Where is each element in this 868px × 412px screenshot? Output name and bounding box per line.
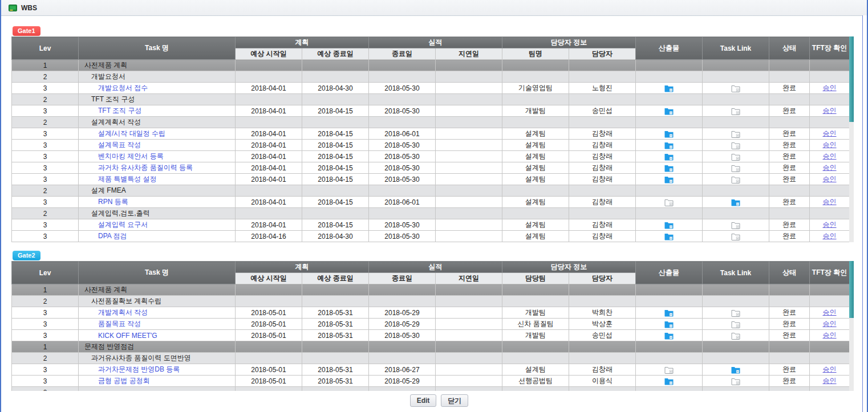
task-name-link[interactable]: 개발계획서 작성 [98,308,148,316]
lev-cell: 2 [12,71,79,83]
col-header-output: 산출물 [636,262,703,284]
output-folder-blue-icon[interactable] [664,85,674,92]
output-folder-gray-icon[interactable] [664,366,674,374]
tasklink-folder-blue-icon[interactable] [731,366,740,374]
task-name-link[interactable]: RPN 등록 [98,198,128,206]
task-name-link[interactable]: TFT 조직 구성 [98,107,141,115]
approve-link[interactable]: 승인 [823,232,837,240]
approve-link[interactable]: 승인 [823,221,837,229]
edit-button[interactable]: Edit [410,394,437,407]
col-group-actual: 실적 [369,37,502,48]
table-scrollbar-thumb[interactable] [849,36,854,122]
approve-link[interactable]: 승인 [823,164,837,172]
approve-link[interactable]: 승인 [823,107,837,115]
tasklink-folder-blue-icon[interactable] [731,199,740,206]
plan-start-cell [236,296,302,307]
output-folder-blue-icon[interactable] [664,378,674,385]
approve-link[interactable]: 승인 [823,141,837,149]
tasklink-folder-gray-icon[interactable] [731,378,740,385]
tft-confirm-cell: 승인 [810,105,850,117]
tasklink-folder-gray-icon[interactable] [731,176,740,183]
status-cell [769,353,810,364]
tasklink-folder-gray-icon[interactable] [731,108,740,115]
approve-link[interactable]: 승인 [823,377,837,385]
tasklink-folder-gray-icon[interactable] [731,222,740,229]
approve-link[interactable]: 승인 [823,365,837,373]
output-folder-blue-icon[interactable] [664,153,674,161]
approve-link[interactable]: 승인 [823,175,837,183]
task-name-link[interactable]: 벤치마킹 제안서 등록 [98,152,164,160]
tft-confirm-cell: 승인 [810,330,850,341]
output-folder-blue-icon[interactable] [664,332,674,340]
status-cell [769,208,810,219]
tasklink-folder-gray-icon[interactable] [731,142,740,149]
output-cell [636,105,703,117]
task-name-link[interactable]: DPA 점검 [98,232,127,240]
delay-cell [436,296,502,307]
plan-end-cell [302,284,369,296]
status-cell: 완료 [769,231,810,242]
tft-confirm-cell: 승인 [810,197,850,208]
output-folder-blue-icon[interactable] [664,165,674,172]
team-cell: 기술영업팀 [502,83,569,94]
tasklink-folder-gray-icon[interactable] [731,309,740,317]
output-folder-blue-icon[interactable] [664,130,674,138]
task-name-cell: 금형 공법 공청회 [79,376,236,387]
tasklink-folder-gray-icon[interactable] [731,233,740,240]
task-name-link[interactable]: 제품 특별특성 설정 [98,175,157,183]
status-cell [769,60,810,71]
output-folder-blue-icon[interactable] [664,142,674,149]
table-scrollbar[interactable] [849,36,854,242]
plan-end-cell [302,296,369,307]
task-name-link[interactable]: 설계입력 요구서 [98,221,148,229]
task-name-link[interactable]: 개발요청서 접수 [98,84,148,92]
approve-link[interactable]: 승인 [823,84,837,92]
team-cell [502,353,569,364]
owner-cell: 김창래 [569,219,636,231]
tasklink-folder-gray-icon[interactable] [731,321,740,328]
lev-cell: 3 [12,83,79,94]
task-name-link[interactable]: 품질목표 작성 [98,320,141,328]
tasklink-folder-gray-icon[interactable] [731,165,740,172]
approve-link[interactable]: 승인 [823,198,837,206]
status-cell: 완료 [769,330,810,341]
task-name-link[interactable]: 설계/시작 대일정 수립 [98,129,165,137]
page-scrollbar[interactable] [862,15,867,412]
output-cell [636,174,703,185]
approve-link[interactable]: 승인 [823,320,837,328]
approve-link[interactable]: 승인 [823,331,837,339]
table-row: 3벤치마킹 제안서 등록2018-04-012018-04-152018-05-… [12,151,850,162]
lev-cell: 3 [12,162,79,174]
task-name-link[interactable]: 과거차 유사차종 품질이력 등록 [98,164,193,172]
output-folder-blue-icon[interactable] [664,233,674,240]
approve-link[interactable]: 승인 [823,152,837,160]
task-name-cell: 사전제품 계획 [79,284,236,296]
tasklink-folder-gray-icon[interactable] [731,85,740,92]
actual-end-cell: 2018-06-01 [369,197,436,208]
lev-cell: 1 [12,341,79,353]
approve-link[interactable]: 승인 [823,308,837,316]
table-row: 3KICK OFF MEET'G2018-05-012018-05-312018… [12,330,850,341]
task-name-link[interactable]: KICK OFF MEET'G [98,332,157,340]
table-scrollbar-thumb[interactable] [849,261,854,318]
output-folder-gray-icon[interactable] [664,199,674,206]
tasklink-folder-gray-icon[interactable] [731,332,740,340]
owner-cell [569,387,636,391]
task-name-cell: 개발요청서 [79,71,236,83]
output-folder-blue-icon[interactable] [664,176,674,183]
task-name-link[interactable]: 금형 공법 공청회 [98,377,150,385]
table-scrollbar[interactable] [849,261,854,391]
output-folder-blue-icon[interactable] [664,108,674,115]
owner-cell: 송민섭 [569,330,636,341]
task-name-link[interactable]: 설계목표 작성 [98,141,141,149]
approve-link[interactable]: 승인 [823,129,837,137]
tasklink-folder-gray-icon[interactable] [731,130,740,138]
output-folder-blue-icon[interactable] [664,222,674,229]
tasklink-folder-gray-icon[interactable] [731,153,740,161]
output-folder-blue-icon[interactable] [664,309,674,317]
lev-cell: 3 [12,105,79,117]
output-folder-blue-icon[interactable] [664,321,674,328]
close-button[interactable]: 닫기 [441,394,468,407]
task-name-link[interactable]: 과거차문제점 반영DB 등록 [98,365,180,373]
output-cell [636,330,703,341]
